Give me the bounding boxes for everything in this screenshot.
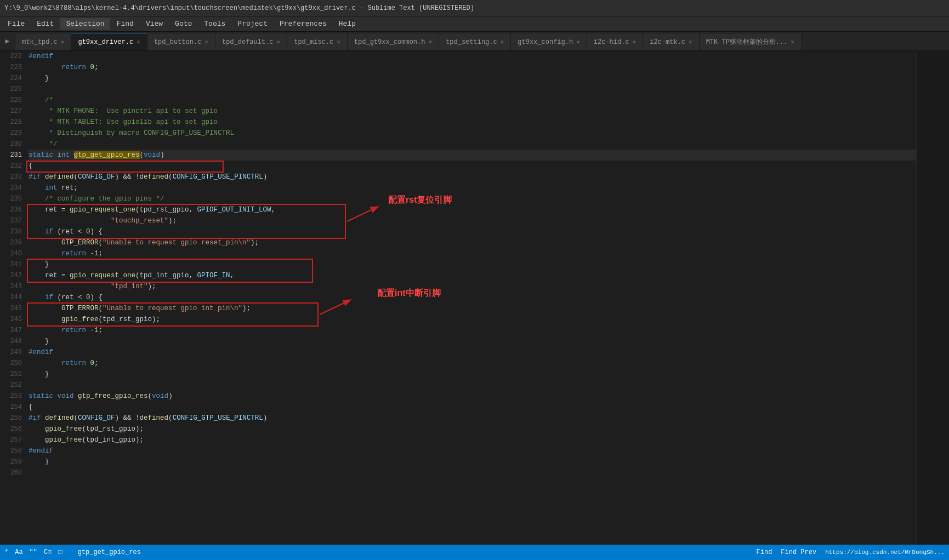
line-numbers: 222 223 224 225 226 227 228 229 230 231 … — [0, 51, 26, 545]
code-line-229: * Distinguish by macro CONFIG_GTP_USE_PI… — [29, 128, 916, 139]
status-square[interactable]: □ — [58, 548, 62, 556]
status-left: * Aa "" C≡ □ gtp_get_gpio_res — [4, 548, 141, 556]
code-line-222: #endif — [29, 51, 916, 62]
code-line-255: #if defined(CONFIG_OF) && !defined(CONFI… — [29, 413, 916, 424]
code-line-245: GTP_ERROR("Unable to request gpio int_pi… — [29, 303, 916, 314]
tab-tpd-button[interactable]: tpd_button.c ✕ — [147, 33, 215, 50]
code-line-231: static int gtp_get_gpio_res(void) — [29, 150, 916, 161]
code-line-248: } — [29, 336, 916, 347]
editor-container: 222 223 224 225 226 227 228 229 230 231 … — [0, 51, 949, 545]
code-line-241: } — [29, 259, 916, 270]
tab-tpd-setting[interactable]: tpd_setting.c ✕ — [439, 33, 511, 50]
tab-close[interactable]: ✕ — [791, 38, 794, 45]
code-line-259: } — [29, 456, 916, 467]
tab-close[interactable]: ✕ — [337, 38, 340, 45]
code-line-240: return -1; — [29, 248, 916, 259]
annotation-rst: 配置rst复位引脚 — [388, 195, 452, 205]
tab-i2c-mtk[interactable]: i2c-mtk.c ✕ — [643, 33, 699, 50]
code-line-253: static void gtp_free_gpio_res(void) — [29, 391, 916, 402]
menu-tools[interactable]: Tools — [198, 18, 231, 30]
menu-goto[interactable]: Goto — [169, 18, 197, 30]
code-line-242: ret = gpio_request_one(tpd_int_gpio, GPI… — [29, 270, 916, 281]
code-line-260 — [29, 467, 916, 478]
code-line-226: /* — [29, 95, 916, 106]
status-ce[interactable]: C≡ — [44, 548, 52, 556]
code-line-244: if (ret < 0) { — [29, 292, 916, 303]
tab-gt9xx-driver[interactable]: gt9xx_driver.c ✕ — [71, 33, 147, 50]
status-aa[interactable]: Aa — [15, 548, 22, 556]
menu-file[interactable]: File — [2, 18, 30, 30]
code-line-247: return -1; — [29, 325, 916, 336]
menu-edit[interactable]: Edit — [31, 18, 59, 30]
tab-i2c-hid[interactable]: i2c-hid.c ✕ — [587, 33, 643, 50]
menu-selection[interactable]: Selection — [60, 18, 110, 30]
code-area[interactable]: #endif return 0; } /* * MTK PHONE: Use p… — [26, 51, 916, 545]
tab-close[interactable]: ✕ — [137, 38, 140, 45]
tab-close[interactable]: ✕ — [61, 38, 65, 45]
code-line-243: "tpd_int"); — [29, 281, 916, 292]
minimap — [916, 51, 949, 545]
code-line-223: return 0; — [29, 62, 916, 73]
menu-project[interactable]: Project — [232, 18, 273, 30]
tab-close[interactable]: ✕ — [428, 38, 432, 45]
tab-close[interactable]: ✕ — [576, 38, 580, 45]
tab-close[interactable]: ✕ — [633, 38, 637, 45]
status-bar: * Aa "" C≡ □ gtp_get_gpio_res Find Find … — [0, 545, 949, 560]
tab-gt9xx-config[interactable]: gt9xx_config.h ✕ — [511, 33, 587, 50]
code-line-236: ret = gpio_request_one(tpd_rst_gpio, GPI… — [29, 204, 916, 215]
code-line-252 — [29, 380, 916, 391]
status-quotes[interactable]: "" — [30, 548, 37, 556]
tab-mtk-tpd[interactable]: mtk_tpd.c ✕ — [15, 33, 71, 50]
tab-tpd-misc[interactable]: tpd_misc.c ✕ — [287, 33, 348, 50]
code-line-230: */ — [29, 139, 916, 150]
code-line-249: #endif — [29, 347, 916, 358]
status-find-prev[interactable]: Find Prev — [781, 548, 816, 556]
annotation-int: 配置int中断引脚 — [377, 288, 441, 299]
code-line-225 — [29, 84, 916, 95]
code-line-246: gpio_free(tpd_rst_gpio); — [29, 314, 916, 325]
code-line-238: if (ret < 0) { — [29, 226, 916, 237]
code-line-228: * MTK TABLET: Use gpiolib api to set gpi… — [29, 117, 916, 128]
tab-close[interactable]: ✕ — [689, 38, 692, 45]
code-line-237: "touchp_reset"); — [29, 215, 916, 226]
status-find[interactable]: Find — [757, 548, 772, 556]
title-bar: Y:\9_0\work2\8788\alps\kernel-4.4\driver… — [0, 0, 949, 16]
status-url[interactable]: https://blog.csdn.net/MrDongSh... — [825, 549, 945, 556]
menu-find[interactable]: Find — [111, 18, 139, 30]
code-line-250: return 0; — [29, 358, 916, 369]
tab-close[interactable]: ✕ — [277, 38, 281, 45]
tab-bar: ▶ mtk_tpd.c ✕ gt9xx_driver.c ✕ tpd_butto… — [0, 32, 949, 51]
code-line-232: { — [29, 161, 916, 172]
code-line-224: } — [29, 73, 916, 84]
tab-tpd-default[interactable]: tpd_default.c ✕ — [215, 33, 287, 50]
tab-tpd-common[interactable]: tpd_gt9xx_common.h ✕ — [348, 33, 439, 50]
code-line-239: GTP_ERROR("Unable to request gpio reset_… — [29, 237, 916, 248]
menu-preferences[interactable]: Preferences — [274, 18, 332, 30]
tab-close[interactable]: ✕ — [501, 38, 504, 45]
status-function-name: gtp_get_gpio_res — [78, 548, 141, 556]
code-line-235: /* configure the gpio pins */ — [29, 193, 916, 204]
code-line-251: } — [29, 369, 916, 380]
tab-close[interactable]: ✕ — [204, 38, 208, 45]
status-right: Find Find Prev https://blog.csdn.net/MrD… — [757, 548, 945, 556]
code-line-254: { — [29, 402, 916, 413]
code-line-227: * MTK PHONE: Use pinctrl api to set gpio — [29, 106, 916, 117]
menu-bar: File Edit Selection Find View Goto Tools… — [0, 16, 949, 32]
code-line-258: #endif — [29, 445, 916, 456]
code-line-257: gpio_free(tpd_int_gpio); — [29, 435, 916, 445]
code-line-234: int ret; — [29, 182, 916, 193]
code-line-256: gpio_free(tpd_rst_gpio); — [29, 424, 916, 435]
status-star: * — [4, 548, 8, 556]
menu-help[interactable]: Help — [333, 18, 361, 30]
menu-view[interactable]: View — [140, 18, 168, 30]
title-text: Y:\9_0\work2\8788\alps\kernel-4.4\driver… — [4, 4, 474, 12]
tab-mtk-tp-analysis[interactable]: MTK TP驱动框架的分析... ✕ — [700, 33, 802, 50]
code-line-233: #if defined(CONFIG_OF) && !defined(CONFI… — [29, 172, 916, 182]
panel-toggle[interactable]: ▶ — [0, 32, 15, 50]
